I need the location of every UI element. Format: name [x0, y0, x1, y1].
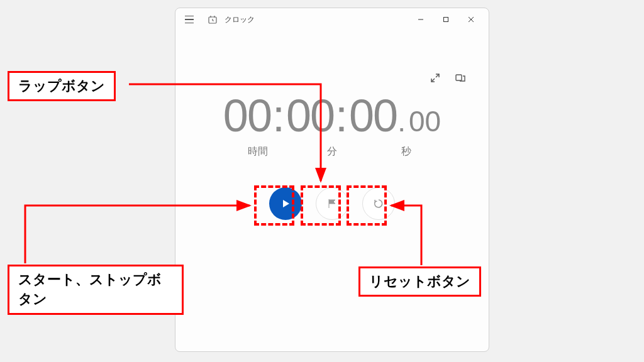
clock-app-icon — [207, 14, 218, 25]
flag-icon — [326, 198, 338, 209]
view-controls — [428, 71, 467, 85]
time-labels: 時間 分 秒 — [175, 145, 489, 158]
compact-view-icon[interactable] — [453, 71, 467, 85]
titlebar: クロック — [175, 8, 489, 31]
hours-value: 00 — [223, 90, 271, 141]
stopwatch-controls — [175, 187, 489, 220]
stopwatch-content: 00 : 00 : 00 . 00 時間 分 秒 — [175, 31, 489, 351]
reset-icon — [373, 198, 384, 209]
callout-startstop: スタート、ストップボタン — [8, 265, 184, 315]
callout-lap: ラップボタン — [8, 71, 116, 101]
svg-rect-6 — [444, 18, 448, 22]
time-separator: : — [335, 90, 348, 141]
time-display: 00 : 00 : 00 . 00 — [175, 90, 489, 141]
lap-button[interactable] — [316, 187, 348, 220]
svg-rect-11 — [456, 75, 462, 80]
expand-icon[interactable] — [428, 71, 442, 85]
minimize-button[interactable] — [408, 10, 433, 29]
time-separator: : — [272, 90, 285, 141]
minutes-value: 00 — [286, 90, 334, 141]
close-button[interactable] — [458, 10, 484, 29]
app-title: クロック — [225, 14, 255, 25]
maximize-button[interactable] — [433, 10, 458, 29]
minutes-label: 分 — [319, 145, 345, 158]
play-icon — [280, 198, 291, 209]
start-stop-button[interactable] — [269, 187, 302, 220]
window-controls — [408, 10, 484, 29]
callout-reset: リセットボタン — [358, 266, 481, 297]
seconds-label: 秒 — [394, 145, 419, 158]
reset-button[interactable] — [362, 187, 395, 220]
hours-label: 時間 — [245, 145, 270, 158]
seconds-value: 00 — [349, 90, 397, 141]
time-dot: . — [397, 104, 406, 138]
clock-app-window: クロック 00 : 00 : 00 — [175, 8, 489, 352]
centiseconds-value: 00 — [409, 104, 441, 138]
hamburger-menu-icon[interactable] — [180, 11, 198, 28]
